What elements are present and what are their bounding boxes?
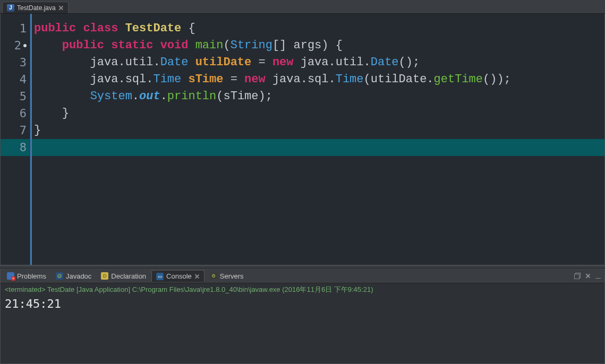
tab-console[interactable]: ▭ Console [151,270,204,282]
code-line[interactable]: } [32,105,604,122]
tab-problems[interactable]: Problems [3,270,50,282]
line-number: 1 [1,20,30,37]
bottom-panel: Problems @ Javadoc D Declaration ▭ Conso… [0,268,605,364]
problems-icon [7,272,14,280]
servers-icon: ⚙ [210,272,217,280]
code-content[interactable]: public class TestDate { public static vo… [30,14,604,265]
console-launch-label: <terminated> TestDate [Java Application]… [1,283,604,296]
line-number: 5 [1,88,30,105]
breakpoint-marker-icon[interactable] [23,44,27,47]
line-number: 4 [1,71,30,88]
line-number: 6 [1,105,30,122]
tab-javadoc-label: Javadoc [66,272,91,280]
line-number-gutter: 12345678 [1,14,30,265]
tab-console-label: Console [166,272,192,280]
line-number: 8 [1,139,30,156]
tab-javadoc[interactable]: @ Javadoc [52,270,96,282]
view-tab-bar: Problems @ Javadoc D Declaration ▭ Conso… [1,269,604,283]
tab-declaration-label: Declaration [111,272,146,280]
declaration-icon: D [101,272,108,280]
editor-tab-testdate[interactable]: J TestDate.java [2,2,69,13]
code-line[interactable]: System.out.println(sTime); [32,88,604,105]
code-line[interactable]: public static void main(String[] args) { [32,37,604,54]
line-number: 3 [1,54,30,71]
close-icon[interactable] [58,5,64,11]
code-line[interactable]: public class TestDate { [32,20,604,37]
line-number: 7 [1,122,30,139]
tab-servers[interactable]: ⚙ Servers [206,270,248,282]
line-number: 2 [1,37,30,54]
editor-tab-label: TestDate.java [17,4,56,12]
minimize-icon[interactable] [595,278,601,279]
code-line[interactable]: } [32,122,604,139]
console-icon: ▭ [156,273,164,280]
console-output[interactable]: 21:45:21 [1,296,604,363]
editor-tab-bar: J TestDate.java [0,0,605,14]
tab-declaration[interactable]: D Declaration [97,270,150,282]
restore-icon[interactable] [574,273,581,279]
tab-servers-label: Servers [220,272,244,280]
code-editor[interactable]: 12345678 public class TestDate { public … [0,14,605,265]
code-line[interactable]: java.util.Date utilDate = new java.util.… [32,54,604,71]
tab-problems-label: Problems [17,272,46,280]
code-line[interactable] [32,139,604,156]
close-icon[interactable] [585,273,591,279]
javadoc-icon: @ [56,272,63,280]
close-icon[interactable] [194,274,200,279]
java-file-icon: J [7,4,14,12]
code-line[interactable]: java.sql.Time sTime = new java.sql.Time(… [32,71,604,88]
